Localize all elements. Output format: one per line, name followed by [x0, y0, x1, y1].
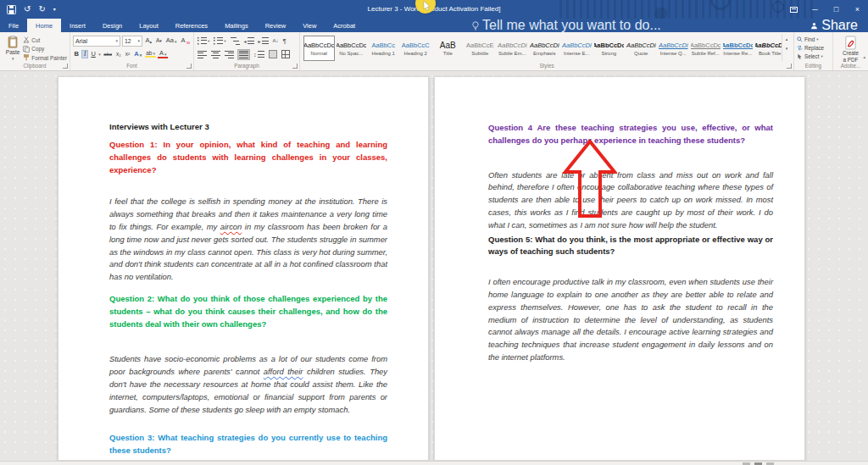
- answer-5-paragraph: I often encourage productive talk in my …: [488, 276, 773, 364]
- find-button[interactable]: Find ▾: [797, 35, 830, 43]
- borders-button[interactable]: [281, 49, 291, 59]
- line-spacing-icon: [258, 51, 264, 58]
- share-button[interactable]: Share: [800, 19, 868, 32]
- style-item[interactable]: AaB Title: [432, 36, 464, 61]
- align-left-button[interactable]: [197, 50, 208, 59]
- tell-me-label: Tell me what you want to do...: [482, 18, 661, 33]
- change-case-button[interactable]: Aa▾: [164, 37, 178, 44]
- increase-indent-button[interactable]: ▸: [258, 36, 270, 45]
- style-item[interactable]: AaBbCcDc Strong: [593, 36, 625, 61]
- cut-button[interactable]: Cut: [23, 36, 67, 43]
- page-2[interactable]: Question 4 Are these teaching strategies…: [434, 76, 805, 461]
- ribbon-tab[interactable]: Review: [257, 19, 295, 32]
- underline-button[interactable]: U: [90, 51, 97, 58]
- decrease-indent-button[interactable]: ◂: [243, 36, 255, 45]
- ribbon-tab[interactable]: References: [167, 19, 216, 32]
- style-item[interactable]: AaBbCcDi Subtle Em...: [497, 36, 528, 61]
- ribbon-tab[interactable]: Design: [94, 19, 131, 32]
- style-label: Heading 2: [404, 51, 427, 56]
- subscript-button[interactable]: x₂: [115, 52, 123, 58]
- ribbon-tab[interactable]: Home: [27, 19, 61, 32]
- format-painter-label: Format Painter: [31, 55, 67, 61]
- superscript-button[interactable]: x²: [124, 52, 131, 58]
- question-1-heading: Question 1: In your opinion, what kind o…: [109, 139, 387, 176]
- pilcrow-button[interactable]: ¶: [282, 36, 287, 46]
- style-item[interactable]: AaBbCcDc Normal: [303, 36, 335, 61]
- style-preview: AaBbCcDc: [754, 42, 782, 50]
- underline-caret-icon[interactable]: ▾: [98, 52, 101, 57]
- bullets-button[interactable]: ▾: [197, 36, 210, 46]
- close-button[interactable]: ×: [847, 0, 868, 19]
- style-item[interactable]: AaBbCcDc Intense Re...: [722, 36, 754, 61]
- style-item[interactable]: AaBbCcC Heading 2: [400, 36, 431, 61]
- style-label: Emphasis: [533, 51, 555, 56]
- minimize-button[interactable]: ─: [804, 0, 826, 19]
- style-label: Intense Q...: [660, 51, 687, 56]
- tell-me-box[interactable]: Tell me what you want to do...: [464, 19, 670, 32]
- format-painter-button[interactable]: Format Painter: [23, 54, 67, 61]
- shrink-font-button[interactable]: A▾: [154, 38, 163, 44]
- justify-icon: [239, 51, 248, 58]
- strikethrough-button[interactable]: abc: [103, 52, 114, 57]
- style-label: Subtitle: [471, 51, 488, 56]
- style-item[interactable]: AaBbCcDc Book Title: [754, 36, 782, 61]
- font-name-select[interactable]: Arial ▾: [73, 36, 120, 47]
- styles-scroll-down-icon[interactable]: ▾: [786, 46, 788, 51]
- answer-4-paragraph: Often students are late or absent from c…: [488, 169, 773, 232]
- style-item[interactable]: AaBbCcDc No Spac...: [336, 36, 367, 61]
- ribbon-tab[interactable]: Acrobat: [325, 19, 364, 32]
- clear-formatting-button[interactable]: A: [180, 37, 191, 44]
- paste-button[interactable]: Paste ▾: [3, 34, 23, 61]
- collapse-ribbon-icon[interactable]: ▴: [863, 54, 865, 59]
- style-item[interactable]: AaBbCcDi Intense Q...: [658, 36, 689, 61]
- align-right-button[interactable]: [224, 50, 235, 59]
- shading-button[interactable]: [268, 49, 278, 59]
- page-1[interactable]: Interviews with Lecturer 3 Question 1: I…: [58, 76, 429, 461]
- share-person-icon: [810, 22, 818, 30]
- sort-button[interactable]: A↓: [272, 37, 280, 44]
- styles-scroll-up-icon[interactable]: ▴: [786, 36, 788, 42]
- align-center-button[interactable]: [210, 50, 221, 59]
- highlight-color-button[interactable]: ab▾: [145, 51, 157, 58]
- restore-button[interactable]: □: [826, 0, 847, 19]
- document-heading: Interviews with Lecturer 3: [109, 122, 387, 132]
- ribbon-tab[interactable]: Insert: [61, 19, 94, 32]
- font-color-button[interactable]: A▾: [158, 50, 168, 58]
- justify-button[interactable]: [237, 49, 250, 60]
- view-shortcut-icons[interactable]: [743, 462, 774, 465]
- italic-button[interactable]: I: [81, 50, 88, 58]
- select-button[interactable]: Select ▾: [797, 52, 830, 60]
- style-label: Quote: [634, 51, 648, 56]
- style-preview: AaBbCcDi: [562, 42, 592, 50]
- ribbon-tab[interactable]: Layout: [131, 19, 167, 32]
- style-item[interactable]: AaBbCcDi Intense E...: [561, 36, 593, 61]
- style-label: Book Title: [759, 51, 781, 56]
- create-pdf-button[interactable]: Create a PDF: [836, 34, 865, 63]
- font-size-select[interactable]: 12 ▾: [122, 36, 142, 47]
- ribbon-tab[interactable]: View: [294, 19, 325, 32]
- question-2-heading: Question 2: What do you think of those c…: [109, 293, 387, 330]
- numbering-button[interactable]: ▾: [213, 36, 226, 46]
- red-up-arrow-shape[interactable]: [563, 140, 617, 218]
- styles-scrollbar: ▴ ▾: [782, 34, 791, 61]
- line-spacing-button[interactable]: ↕: [253, 50, 265, 58]
- font-size-value: 12: [125, 38, 131, 44]
- copy-button[interactable]: Copy: [23, 46, 67, 53]
- text-effects-button[interactable]: A▾: [133, 51, 143, 58]
- style-item[interactable]: AaBbCcE Subtitle: [465, 36, 496, 61]
- style-item[interactable]: AaBbCcDi Quote: [626, 36, 657, 61]
- eraser-icon: [186, 42, 190, 44]
- style-item[interactable]: AaBbCc Heading 1: [368, 36, 399, 61]
- grow-font-button[interactable]: A▴: [144, 37, 153, 44]
- clipboard-group: Paste ▾ Cut Copy Format Painter Clipboar…: [0, 32, 70, 70]
- replace-button[interactable]: Replace: [797, 43, 830, 52]
- ribbon-tab[interactable]: Mailings: [216, 19, 257, 32]
- ribbon-display-options-button[interactable]: [783, 0, 804, 19]
- style-item[interactable]: AaBbCcDc Subtle Ref...: [690, 36, 721, 61]
- bold-button[interactable]: B: [73, 51, 80, 58]
- ribbon-tab[interactable]: File: [0, 19, 27, 32]
- style-item[interactable]: AaBbCcDi Emphasis: [529, 36, 560, 61]
- style-label: Heading 1: [372, 51, 395, 56]
- style-preview: AaBbCcDc: [303, 42, 335, 50]
- multilevel-list-button[interactable]: [230, 36, 241, 46]
